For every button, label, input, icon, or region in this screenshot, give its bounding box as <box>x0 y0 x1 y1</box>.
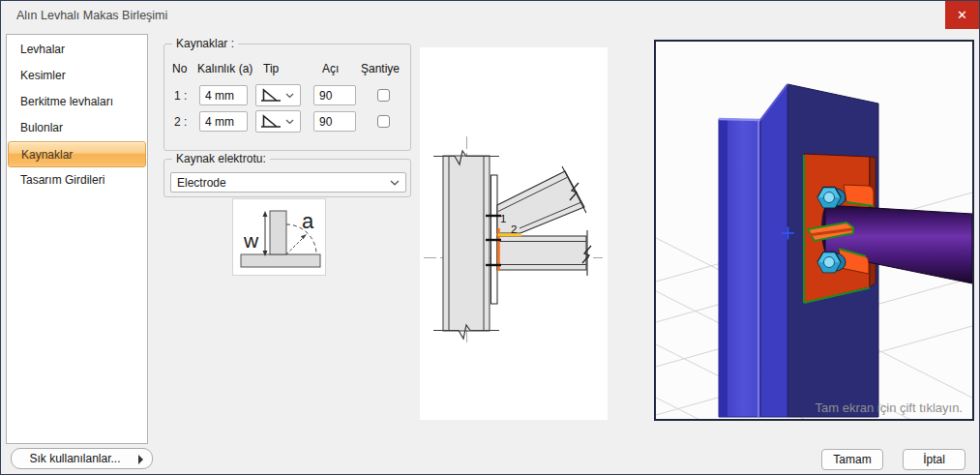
col-header-angle: Açı <box>322 62 339 75</box>
sidebar-item-kesimler[interactable]: Kesimler <box>8 63 146 89</box>
col-header-type: Tip <box>263 62 279 75</box>
weld-symbol-a-label: a <box>302 209 314 233</box>
cancel-button[interactable]: İptal <box>903 449 965 470</box>
weld-row2-site-checkbox[interactable] <box>377 115 390 128</box>
dialog-alin-levhali-makas-birlesimi: Alın Levhalı Makas Birleşimi ✕ Levhalar … <box>0 0 980 475</box>
chevron-down-icon <box>390 180 400 186</box>
col-header-thickness: Kalınlık (a) <box>197 62 252 75</box>
weld-row1-no: 1 : <box>174 89 195 103</box>
electrode-select[interactable]: Electrode <box>170 172 406 193</box>
chevron-down-icon <box>285 119 294 125</box>
welds-groupbox: Kaynaklar : No Kalınlık (a) Tip Açı Şant… <box>163 44 411 151</box>
col-header-no: No <box>172 62 187 75</box>
weld-row2-angle-input[interactable] <box>313 111 356 132</box>
column-2d <box>433 151 499 339</box>
fillet-weld-icon <box>259 87 282 104</box>
weld-1-label: 1 <box>500 213 506 224</box>
fillet-weld-icon <box>259 113 282 130</box>
weld-2-label: 2 <box>511 223 517 235</box>
weld-row1-thickness-input[interactable] <box>199 85 248 105</box>
weld-symbol-w-label: w <box>243 229 259 252</box>
ok-button[interactable]: Tamam <box>821 449 883 470</box>
ok-button-label: Tamam <box>833 453 871 466</box>
sidebar-item-levhalar[interactable]: Levhalar <box>8 37 146 63</box>
welds-group-title: Kaynaklar : <box>172 37 238 50</box>
weld-symbol-image: w a <box>232 198 326 276</box>
close-icon: ✕ <box>957 8 967 22</box>
electrode-value: Electrode <box>171 176 226 190</box>
fullscreen-hint: Tam ekran için çift tıklayın. <box>816 401 963 415</box>
chevron-down-icon <box>285 93 294 99</box>
weld-row1-site-checkbox[interactable] <box>377 89 390 102</box>
favorites-button[interactable]: Sık kullanılanlar... <box>11 448 153 469</box>
close-button[interactable]: ✕ <box>945 1 979 29</box>
cancel-button-label: İptal <box>923 453 945 466</box>
weld-row1-type-dropdown[interactable] <box>255 84 301 106</box>
col-header-site: Şantiye <box>361 62 400 75</box>
favorites-arrow-icon <box>138 455 143 464</box>
weld-row2-no: 2 : <box>174 115 195 129</box>
window-title: Alın Levhalı Makas Birleşimi <box>16 9 167 22</box>
weld-row2-type-dropdown[interactable] <box>255 110 301 133</box>
sidebar-item-bulonlar[interactable]: Bulonlar <box>8 115 146 141</box>
sidebar-list: Levhalar Kesimler Berkitme levhaları Bul… <box>6 34 148 444</box>
bolt-lower <box>817 252 846 273</box>
bolt-upper <box>817 188 846 208</box>
sidebar-item-kaynaklar[interactable]: Kaynaklar <box>8 141 146 167</box>
weld-symbol-svg: w a <box>233 199 325 275</box>
weld-row1-angle-input[interactable] <box>313 85 356 105</box>
beam-2d <box>497 230 591 276</box>
weld-row2-thickness-input[interactable] <box>199 111 248 132</box>
sidebar-item-berkitme-levhalari[interactable]: Berkitme levhaları <box>8 89 146 115</box>
title-bar: Alın Levhalı Makas Birleşimi ✕ <box>1 1 979 30</box>
viewer-3d[interactable]: Tam ekran için çift tıklayın. <box>654 40 974 421</box>
drawing-2d: 1 2 <box>420 47 608 420</box>
sidebar-item-tasarim-girdileri[interactable]: Tasarım Girdileri <box>8 167 146 193</box>
viewer-3d-scene <box>656 42 972 419</box>
electrode-group-title: Kaynak elektrotu: <box>172 152 270 165</box>
electrode-groupbox: Kaynak elektrotu: Electrode <box>163 159 411 197</box>
drawing-2d-svg: 1 2 <box>420 47 608 420</box>
favorites-button-label: Sık kullanılanlar... <box>29 452 120 465</box>
